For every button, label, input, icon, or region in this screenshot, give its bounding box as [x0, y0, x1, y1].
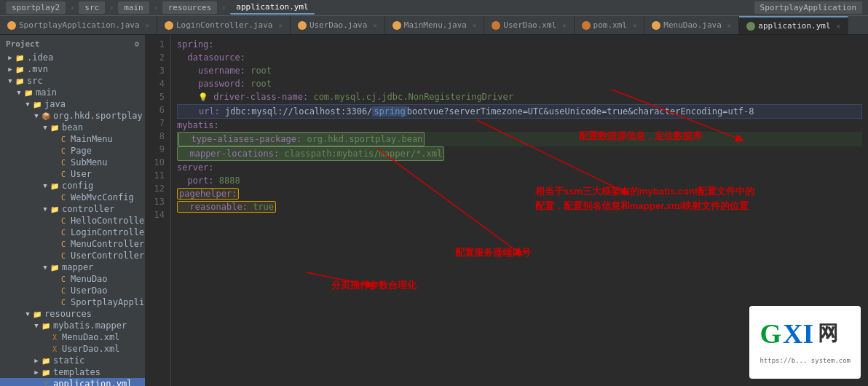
tree-item-user[interactable]: C User: [0, 168, 145, 180]
tab-pom-xml[interactable]: pom.xml ✕: [575, 16, 645, 34]
src-tab[interactable]: src: [79, 1, 105, 14]
tree-item-page[interactable]: C Page: [0, 145, 145, 157]
tree-label: static: [53, 355, 84, 366]
tree-item-controller[interactable]: ▼ 📁 controller: [0, 203, 145, 215]
tree-item-mainmenu[interactable]: C MainMenu: [0, 133, 145, 145]
tab-main-menu[interactable]: MainMenu.java ✕: [385, 16, 485, 34]
watermark-xi: XI: [783, 313, 813, 355]
folder-icon: 📁: [50, 262, 60, 272]
resources-tab[interactable]: resources: [162, 1, 218, 14]
code-editor: 1 2 3 4 5 6 7 8 9 10 11 12 13 14 spring:…: [146, 35, 868, 386]
code-line-7: mybatis:: [177, 119, 862, 132]
tab-label: pom.xml: [593, 20, 627, 30]
java-icon: C: [58, 169, 68, 179]
folder-icon: 📁: [32, 309, 42, 319]
tab-user-dao[interactable]: UserDao.java ✕: [291, 16, 385, 34]
folder-icon: 📁: [41, 320, 51, 331]
arrow-icon: ▶: [6, 66, 15, 73]
arrow-icon: ▶: [6, 54, 15, 61]
tab-login-controller[interactable]: LoginController.java ✕: [157, 16, 291, 34]
tree-item-main[interactable]: ▼ 📁 main: [0, 87, 145, 98]
close-icon[interactable]: ✕: [473, 22, 476, 29]
tree-item-mapper[interactable]: ▼ 📁 mapper: [0, 261, 145, 273]
tab-label: MenuDao.java: [663, 20, 721, 30]
tab-label: UserDao.java: [309, 20, 367, 30]
java-icon: [392, 21, 401, 30]
tree-item-application-yml[interactable]: Y application.yml: [0, 378, 145, 386]
watermark-g: G: [760, 313, 781, 355]
tree-item-src[interactable]: ▼ 📁 src: [0, 75, 145, 87]
main-tab[interactable]: main: [118, 1, 149, 14]
folder-icon: 📦: [41, 111, 51, 121]
tree-label: MenuController: [71, 239, 144, 249]
arrow-icon: ▼: [32, 322, 41, 329]
close-icon[interactable]: ✕: [633, 22, 636, 29]
top-sep-1: ›: [70, 4, 74, 12]
sidebar-title: Project: [6, 39, 39, 49]
close-icon[interactable]: ✕: [727, 22, 731, 29]
tree-label: MainMenu: [71, 134, 113, 144]
tree-item-static[interactable]: ▶ 📁 static: [0, 355, 145, 366]
close-icon[interactable]: ✕: [837, 23, 840, 30]
close-icon[interactable]: ✕: [562, 22, 566, 29]
arrow-icon: ▼: [15, 89, 23, 96]
code-line-14: reasonable: true: [177, 200, 862, 213]
tree-item-menu-ctrl[interactable]: C MenuController: [0, 238, 145, 250]
sidebar-settings-icon[interactable]: ⚙: [134, 39, 139, 49]
xml-icon: [582, 21, 591, 30]
tab-label: LoginController.java: [176, 20, 272, 30]
tab-menudao-java[interactable]: MenuDao.java ✕: [644, 16, 739, 34]
tree-item-org[interactable]: ▼ 📦 org.hkd.sportplay: [0, 110, 145, 122]
tree-item-userdao-j[interactable]: C UserDao: [0, 285, 145, 296]
tree-item-userdao-xml[interactable]: X UserDao.xml: [0, 343, 145, 355]
close-icon[interactable]: ✕: [146, 22, 149, 29]
tree-item-templates[interactable]: ▶ 📁 templates: [0, 366, 145, 378]
project-tab[interactable]: sportplay2: [6, 1, 66, 14]
code-line-13: pagehelper:: [177, 187, 862, 200]
tree-item-webmvc[interactable]: C WebMvcConfig: [0, 192, 145, 203]
close-icon[interactable]: ✕: [373, 22, 376, 29]
arrow-icon: ▼: [41, 264, 50, 271]
top-sep-4: ›: [221, 4, 226, 12]
tree-item-resources[interactable]: ▼ 📁 resources: [0, 308, 145, 320]
tree-item-login[interactable]: C LoginController: [0, 227, 145, 238]
tree-item-menudao[interactable]: C MenuDao: [0, 273, 145, 285]
tree-item-mvn[interactable]: ▶ 📁 .mvn: [0, 63, 145, 75]
tree-item-user-ctrl[interactable]: C UserController: [0, 250, 145, 261]
annotation-2: 相当于ssm三大框架中的mybatis.conf配置文件中的配置，配置别名信息和…: [535, 184, 754, 213]
tree-item-mybatis-mapper[interactable]: ▼ 📁 mybatis.mapper: [0, 320, 145, 331]
close-icon[interactable]: ✕: [278, 22, 282, 29]
arrow-icon: ▶: [32, 369, 41, 376]
tree-item-idea[interactable]: ▶ 📁 .idea: [0, 52, 145, 63]
xml-icon: X: [50, 332, 60, 342]
tree-label: MenuDao: [71, 274, 108, 284]
yml-icon: [746, 22, 755, 31]
tree-item-hello[interactable]: C HelloController: [0, 215, 145, 227]
tree-label: HelloController: [71, 216, 145, 226]
tree-item-sportplay-app[interactable]: C SportplayApplication: [0, 296, 145, 308]
tree-item-submenu[interactable]: C SubMenu: [0, 157, 145, 168]
tree-item-java[interactable]: ▼ 📁 java: [0, 98, 145, 110]
sidebar-header: Project ⚙: [0, 38, 145, 52]
main-area: Project ⚙ ▶ 📁 .idea ▶ 📁 .mvn ▼ 📁 src ▼ 📁…: [0, 35, 868, 386]
tab-sportplay-app[interactable]: SportplayApplication.java ✕: [0, 16, 157, 34]
arrow-icon: ▼: [41, 205, 50, 213]
tree-item-bean[interactable]: ▼ 📁 bean: [0, 122, 145, 133]
tab-userdao-xml[interactable]: UserDao.xml ✕: [484, 16, 574, 34]
folder-icon: 📁: [15, 64, 25, 74]
arrow-icon: ▼: [41, 182, 50, 189]
tab-application-yml[interactable]: application.yml ✕: [739, 16, 848, 34]
file-tab[interactable]: application.yml: [230, 1, 314, 15]
tree-label: UserController: [71, 251, 144, 261]
java-icon: C: [58, 285, 68, 296]
tree-item-config[interactable]: ▼ 📁 config: [0, 180, 145, 192]
folder-icon: 📁: [15, 76, 25, 86]
right-tab[interactable]: SportplayApplication: [754, 1, 862, 14]
folder-icon: 📁: [50, 204, 60, 214]
tree-label: config: [62, 181, 93, 191]
tree-item-menudao-xml[interactable]: X MenuDao.xml: [0, 331, 145, 343]
tree-label: SubMenu: [71, 157, 108, 168]
code-content[interactable]: spring: datasource: username: root passw…: [171, 35, 868, 386]
java-icon: C: [58, 146, 68, 156]
tab-label: application.yml: [758, 21, 830, 31]
